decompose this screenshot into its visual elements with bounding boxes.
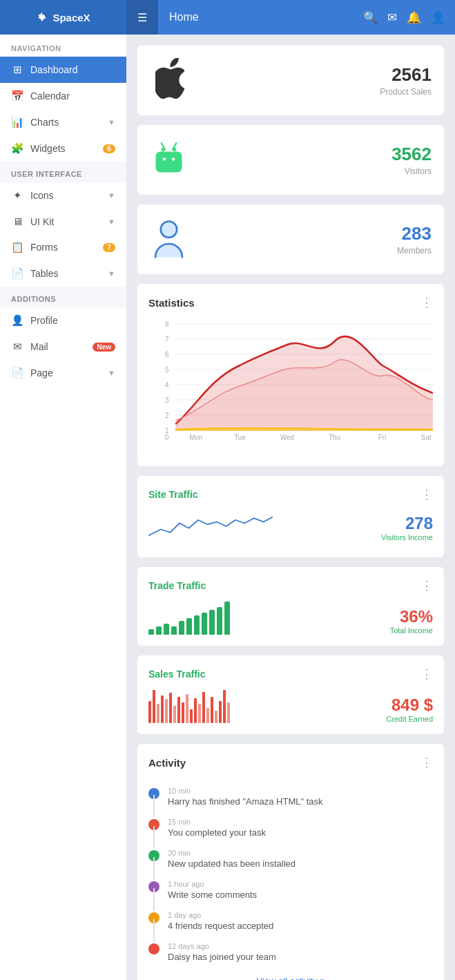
apple-stat-card: 2561 Product Sales [137,46,444,115]
candle [161,695,164,723]
sidebar-item-label: Page [30,367,101,378]
site-traffic-value: 278 Visitors Income [381,514,433,541]
trade-traffic-more-button[interactable]: ⋮ [420,578,433,593]
trade-traffic-number: 36% [390,607,433,626]
brand-logo[interactable]: SpaceX [0,0,126,35]
statistics-title: Statistics [148,297,195,309]
chevron-down-icon: ▼ [108,191,115,200]
sidebar-item-profile[interactable]: 👤 Profile [0,307,126,334]
activity-content: 15 min You completed your task [168,818,433,838]
svg-text:2: 2 [165,412,168,419]
android-stat-card: 3562 Visitors [137,125,444,195]
trade-traffic-label: Total Income [390,626,433,635]
activity-content: 1 hour ago Write some comments [168,880,433,900]
bar [148,629,154,635]
icons-icon: ✦ [11,189,23,202]
apple-icon [150,58,198,103]
chevron-down-icon: ▼ [108,269,115,278]
activity-text: You completed your task [168,827,433,838]
sidebar-item-dashboard[interactable]: ⊞ Dashboard [0,57,126,83]
trade-traffic-title: Trade Traffic [148,580,206,591]
bar [186,618,192,635]
sidebar-item-tables[interactable]: 📄 Tables ▼ [0,260,126,287]
candle [165,699,168,723]
statistics-chart: 8 7 6 5 4 3 2 1 0 Mon Tue Wed Thu Fri Sa… [148,317,433,455]
sidebar-item-label: UI Kit [30,216,101,227]
svg-text:Sat: Sat [421,434,432,441]
sidebar-item-forms[interactable]: 📋 Forms 7 [0,234,126,260]
candle [198,704,201,723]
site-traffic-more-button[interactable]: ⋮ [420,487,433,502]
candle [227,702,230,723]
sales-traffic-more-button[interactable]: ⋮ [420,666,433,682]
nav-section-label: Navigation [0,35,126,57]
activity-text: 4 friends request accepted [168,921,433,931]
trade-traffic-header: Trade Traffic ⋮ [148,578,433,593]
android-stat-label: Visitors [188,166,432,176]
bell-icon[interactable]: 🔔 [407,10,421,25]
apple-stat-number: 2561 [198,64,432,86]
svg-text:Thu: Thu [329,434,340,441]
activity-dot [148,850,159,861]
view-all-activity-button[interactable]: View all activity ▾ [148,968,433,980]
mail-icon[interactable]: ✉ [387,10,397,25]
svg-text:0: 0 [165,434,169,441]
svg-text:Fri: Fri [378,434,386,441]
bar [217,607,222,635]
sidebar-item-label: Forms [30,242,96,253]
statistics-header: Statistics ⋮ [148,295,433,310]
statistics-more-button[interactable]: ⋮ [420,295,433,310]
trade-traffic-card: Trade Traffic ⋮ 36% [137,567,444,646]
activity-item: 12 days ago Daisy has joined your team [148,936,433,968]
search-icon[interactable]: 🔍 [363,10,378,25]
svg-text:5: 5 [165,366,169,374]
bar [194,615,200,635]
sidebar-item-calendar[interactable]: 📅 Calendar [0,83,126,109]
site-traffic-body: 278 Visitors Income [148,509,433,546]
sales-candlestick-chart [148,689,378,723]
apple-stat-values: 2561 Product Sales [198,64,432,97]
sidebar-item-label: Mail [30,341,86,352]
forms-icon: 📋 [11,241,23,253]
sales-traffic-value: 849 $ Credit Earned [386,695,433,723]
sidebar-item-label: Calendar [30,90,115,102]
activity-text: Daisy has joined your team [168,952,433,962]
android-stat-row: 3562 Visitors [137,125,444,195]
charts-icon: 📊 [11,116,23,128]
sidebar-item-widgets[interactable]: 🧩 Widgets 6 [0,135,126,162]
members-stat-row: 283 Members [137,204,444,274]
activity-title: Activity [148,757,186,769]
candle [223,690,226,723]
sidebar-item-page[interactable]: 📄 Page ▼ [0,360,126,386]
chevron-down-icon: ▼ [108,218,115,226]
dashboard-icon: ⊞ [11,64,23,76]
svg-text:8: 8 [165,320,169,328]
page-icon: 📄 [11,367,23,379]
sidebar-item-charts[interactable]: 📊 Charts ▼ [0,109,126,135]
forms-badge: 7 [103,243,115,252]
activity-item: 1 hour ago Write some comments [148,874,433,905]
sidebar-item-mail[interactable]: ✉ Mail New [0,334,126,360]
sidebar-item-label: Dashboard [30,64,115,75]
user-icon[interactable]: 👤 [431,10,445,25]
hamburger-icon: ☰ [137,11,147,24]
activity-card: Activity ⋮ 10 min Harry has finished "Am… [137,744,444,980]
sidebar-item-icons[interactable]: ✦ Icons ▼ [0,182,126,209]
header: SpaceX ☰ Home 🔍 ✉ 🔔 👤 [0,0,455,35]
candle [157,704,159,723]
svg-text:Mon: Mon [189,434,202,441]
activity-item: 30 min New updated has been installed [148,843,433,874]
tables-icon: 📄 [11,267,23,280]
bar [202,613,207,635]
menu-toggle-button[interactable]: ☰ [126,0,158,35]
site-traffic-header: Site Traffic ⋮ [148,487,433,502]
members-stat-card: 283 Members [137,204,444,274]
site-traffic-number: 278 [381,514,433,533]
svg-text:Tue: Tue [234,434,246,441]
brand-name: SpaceX [52,12,90,23]
header-actions: 🔍 ✉ 🔔 👤 [354,10,455,25]
profile-icon: 👤 [11,314,23,327]
activity-more-button[interactable]: ⋮ [420,755,433,770]
calendar-icon: 📅 [11,90,23,102]
sidebar-item-uikit[interactable]: 🖥 UI Kit ▼ [0,209,126,234]
